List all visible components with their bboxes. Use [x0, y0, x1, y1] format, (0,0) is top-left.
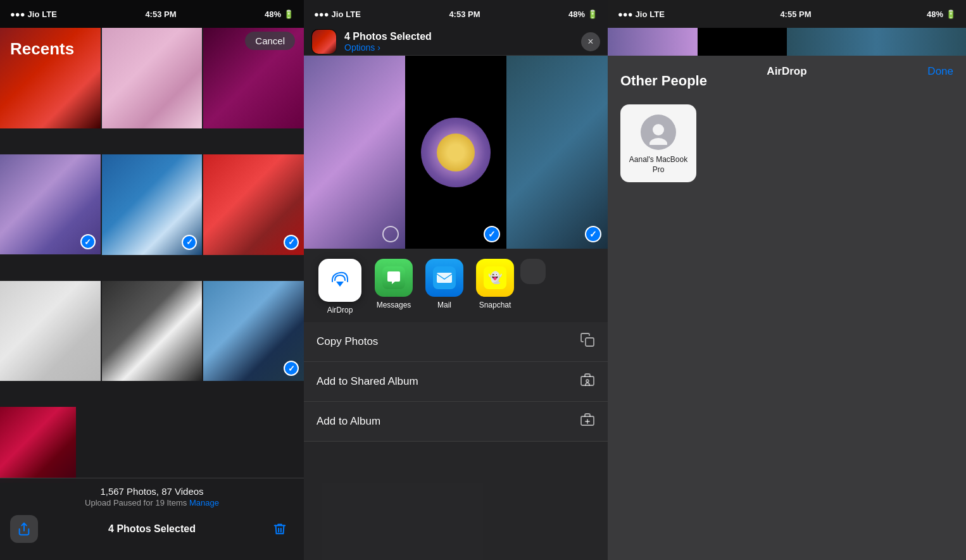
selection-check-6	[284, 235, 299, 250]
other-people-label: Other People	[620, 73, 707, 89]
status-bar-3: ●●● Jio LTE 4:55 PM 48% 🔋	[608, 0, 966, 28]
photo-cell-8[interactable]	[102, 281, 203, 382]
battery-1: 48% 🔋	[265, 9, 294, 19]
carrier-3: ●●● Jio LTE	[618, 9, 665, 19]
app-label-mail: Mail	[437, 301, 451, 309]
recents-label: Recents	[10, 39, 74, 59]
share-header: 4 Photos Selected Options › ×	[304, 28, 608, 56]
add-album-label: Add to Album	[317, 415, 380, 428]
panel-airdrop: ●●● Jio LTE 4:55 PM 48% 🔋 AirDrop Done O…	[608, 0, 966, 560]
svg-rect-8	[581, 376, 594, 385]
strip-photo-2	[698, 28, 787, 56]
share-close-button[interactable]: ×	[581, 32, 600, 51]
app-item-mail[interactable]: Mail	[419, 259, 470, 314]
add-shared-album-icon	[580, 372, 595, 391]
airdrop-svg	[327, 268, 353, 293]
copy-photos-icon	[580, 332, 595, 351]
share-preview-photo-3[interactable]	[506, 56, 608, 249]
photo-cell-10[interactable]	[0, 407, 76, 483]
copy-photos-label: Copy Photos	[317, 335, 378, 348]
carrier-2: ●●● Jio LTE	[314, 9, 361, 19]
share-actions: Copy Photos Add to Shared Album Add to	[304, 322, 608, 442]
svg-text:👻: 👻	[488, 271, 503, 285]
time-2: 4:53 PM	[449, 9, 480, 19]
airdrop-photo-strip	[608, 28, 966, 56]
status-bar-2: ●●● Jio LTE 4:53 PM 48% 🔋	[304, 0, 608, 28]
share-button[interactable]	[10, 515, 38, 543]
panel-share: ●●● Jio LTE 4:53 PM 48% 🔋 4 Photos Selec…	[304, 0, 608, 560]
photo-select-1	[382, 226, 399, 242]
app-item-more[interactable]	[520, 259, 546, 314]
svg-point-13	[653, 124, 664, 135]
app-label-airdrop: AirDrop	[327, 306, 353, 314]
battery-2: 48% 🔋	[568, 9, 598, 19]
app-item-snapchat[interactable]: 👻 Snapchat	[470, 259, 520, 314]
svg-point-9	[586, 380, 589, 382]
svg-rect-7	[586, 338, 594, 346]
cancel-button[interactable]: Cancel	[245, 32, 295, 50]
add-album-row[interactable]: Add to Album	[304, 402, 608, 442]
device-avatar	[641, 115, 676, 150]
device-name: Aanal's MacBook Pro	[628, 155, 689, 175]
share-title: 4 Photos Selected	[344, 31, 574, 42]
photo-cell-4[interactable]	[0, 154, 101, 255]
battery-3: 48% 🔋	[927, 9, 956, 19]
status-bar-1: ●●● Jio LTE 4:53 PM 48% 🔋	[0, 0, 304, 28]
strip-photo-3	[787, 28, 877, 56]
snapchat-icon: 👻	[476, 259, 514, 297]
panel-photos: ●●● Jio LTE 4:53 PM 48% 🔋 Cancel Recents	[0, 0, 304, 560]
photo-cell-9[interactable]	[203, 281, 304, 382]
app-item-airdrop[interactable]: AirDrop	[311, 259, 368, 314]
airdrop-icon	[318, 259, 361, 302]
airdrop-device-card[interactable]: Aanal's MacBook Pro	[620, 104, 696, 182]
photo-select-2	[484, 226, 500, 242]
app-item-messages[interactable]: Messages	[368, 259, 419, 314]
selection-check-9	[284, 361, 299, 376]
bottom-actions: 4 Photos Selected	[10, 515, 294, 543]
share-preview-photo-2[interactable]	[405, 56, 506, 249]
share-preview-area	[304, 56, 608, 249]
add-shared-album-row[interactable]: Add to Shared Album	[304, 362, 608, 402]
selection-check-4	[80, 234, 96, 249]
delete-button[interactable]	[266, 515, 294, 543]
trash-icon	[273, 522, 287, 536]
mail-icon	[425, 259, 463, 297]
library-count: 1,567 Photos, 87 Videos	[10, 486, 294, 497]
svg-point-14	[649, 138, 667, 145]
app-label-messages: Messages	[377, 301, 411, 309]
strip-photo-1	[608, 28, 698, 56]
photos-app-icon	[311, 29, 337, 54]
photo-cell-6[interactable]	[203, 154, 304, 255]
photo-cell-2[interactable]	[102, 28, 203, 128]
app-label-snapchat: Snapchat	[479, 301, 511, 309]
selection-check-5	[182, 235, 197, 250]
app-row: AirDrop Messages Mail	[304, 249, 608, 320]
share-options[interactable]: Options ›	[344, 42, 574, 53]
share-preview-photo-1[interactable]	[304, 56, 405, 249]
strip-photo-4	[877, 28, 967, 56]
photo-select-3	[585, 226, 601, 242]
photo-cell-7[interactable]	[0, 281, 101, 382]
share-title-group: 4 Photos Selected Options ›	[344, 31, 574, 53]
airdrop-done-button[interactable]: Done	[927, 65, 953, 78]
share-preview-grid	[304, 56, 608, 249]
more-apps-icon	[520, 259, 546, 284]
bottom-bar: 1,567 Photos, 87 Videos Upload Paused fo…	[0, 478, 304, 560]
manage-link[interactable]: Manage	[189, 498, 219, 507]
library-info: 1,567 Photos, 87 Videos Upload Paused fo…	[10, 486, 294, 507]
time-3: 4:55 PM	[780, 9, 811, 19]
svg-rect-4	[437, 273, 452, 283]
selected-count: 4 Photos Selected	[108, 523, 196, 535]
time-1: 4:53 PM	[145, 9, 176, 19]
copy-photos-row[interactable]: Copy Photos	[304, 322, 608, 362]
share-icon	[17, 522, 31, 536]
messages-icon	[375, 259, 413, 297]
carrier-1: ●●● Jio LTE	[10, 9, 57, 19]
photo-cell-5[interactable]	[102, 154, 203, 255]
add-shared-album-label: Add to Shared Album	[317, 375, 418, 388]
upload-info: Upload Paused for 19 Items Manage	[10, 498, 294, 507]
add-album-icon	[580, 412, 595, 431]
